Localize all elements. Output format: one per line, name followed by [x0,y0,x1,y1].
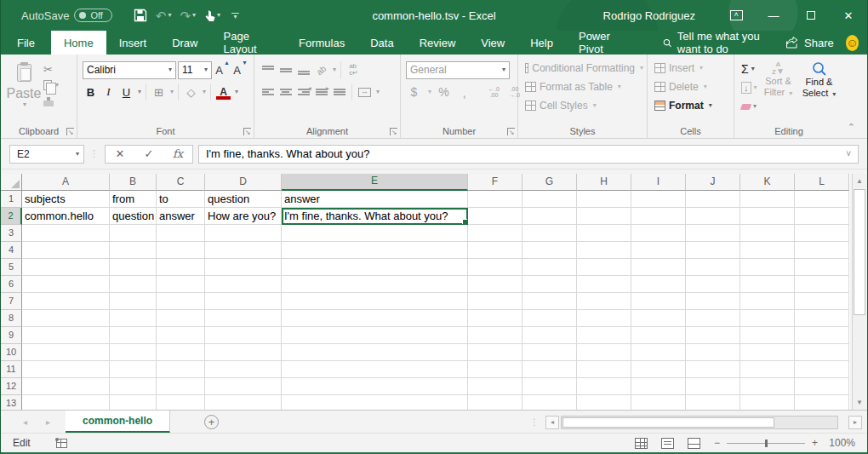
select-all-corner[interactable] [1,174,22,191]
cell-K12[interactable] [740,378,795,395]
cell-A6[interactable] [22,276,110,293]
format-painter-button[interactable] [43,95,73,108]
redo-dropdown-caret[interactable]: ▾ [192,12,196,19]
cell-G12[interactable] [523,378,577,395]
cell-D8[interactable] [205,310,282,327]
cell-L1[interactable] [795,191,849,208]
tab-power-pivot[interactable]: Power Pivot [566,31,639,55]
cell-G13[interactable] [523,395,577,410]
cell-I9[interactable] [631,327,686,344]
cell-G3[interactable] [523,225,577,242]
column-header-H[interactable]: H [577,174,631,191]
cell-E8[interactable] [282,310,468,327]
cell-A2[interactable]: common.hello [22,208,110,225]
row-header-9[interactable]: 9 [1,327,22,344]
cell-G7[interactable] [523,293,577,310]
cell-K9[interactable] [740,327,795,344]
share-button[interactable]: Share [785,31,834,55]
autosave-toggle[interactable]: AutoSave Off [21,9,112,22]
macro-record-icon[interactable] [56,439,67,448]
cell-K5[interactable] [740,259,795,276]
column-header-G[interactable]: G [523,174,577,191]
increase-decimal-button[interactable]: ←.0.00 [486,83,502,101]
tab-view[interactable]: View [468,31,517,55]
cell-I3[interactable] [631,225,686,242]
cell-H3[interactable] [577,225,631,242]
wrap-text-button[interactable]: abc↵ [345,61,362,79]
tab-home[interactable]: Home [51,31,106,55]
cell-K1[interactable] [740,191,795,208]
cell-B5[interactable] [110,259,157,276]
cell-B1[interactable]: from [110,191,157,208]
cell-I12[interactable] [631,378,686,395]
cell-E5[interactable] [282,259,468,276]
cell-H1[interactable] [577,191,631,208]
number-format-dropdown[interactable]: General▾ [406,61,510,79]
formula-input[interactable]: I'm fine, thanks. What about you? ˅ [198,145,859,164]
cell-D13[interactable] [205,395,282,410]
cell-G5[interactable] [523,259,577,276]
align-left-button[interactable] [260,83,276,101]
cell-J11[interactable] [686,361,740,378]
cell-E10[interactable] [282,344,468,361]
cell-F3[interactable] [468,225,523,242]
vertical-scrollbar[interactable]: ▲ ▼ [852,174,866,410]
cell-I6[interactable] [631,276,686,293]
cell-J10[interactable] [686,344,740,361]
cell-J1[interactable] [686,191,740,208]
cell-D2[interactable]: How are you? [205,208,282,225]
cell-J5[interactable] [686,259,740,276]
cancel-entry-button[interactable]: ✕ [106,147,134,160]
zoom-in-button[interactable]: + [812,437,818,449]
cell-H7[interactable] [577,293,631,310]
cell-C9[interactable] [157,327,205,344]
undo-dropdown-caret[interactable]: ▾ [168,12,171,19]
tabbar-drag-handle[interactable]: ⋮ [530,417,539,427]
cell-G6[interactable] [523,276,577,293]
cell-E9[interactable] [282,327,468,344]
cell-G4[interactable] [523,242,577,259]
hscroll-left-arrow[interactable]: ◂ [545,416,559,429]
cell-D5[interactable] [205,259,282,276]
merge-center-button[interactable] [357,83,373,101]
prev-sheet-button[interactable]: ◂ [23,417,27,427]
row-header-8[interactable]: 8 [1,310,22,327]
cell-J8[interactable] [686,310,740,327]
cell-C1[interactable]: to [157,191,205,208]
sort-filter-button[interactable]: AZ▼ Sort & Filter ▾ [759,59,798,115]
alignment-dialog-launcher[interactable]: ↘ [390,128,397,135]
collapse-ribbon-button[interactable]: ⌃ [848,122,867,138]
cell-G1[interactable] [523,191,577,208]
cell-D6[interactable] [205,276,282,293]
vertical-scroll-thumb[interactable] [854,189,865,315]
cell-A7[interactable] [22,293,110,310]
cell-K7[interactable] [740,293,795,310]
row-header-7[interactable]: 7 [1,293,22,310]
cell-I10[interactable] [631,344,686,361]
tell-me-box[interactable]: Tell me what you want to do [663,31,786,55]
column-header-B[interactable]: B [110,174,157,191]
cell-B13[interactable] [110,395,157,410]
cell-L9[interactable] [795,327,849,344]
paste-caret[interactable]: ▾ [23,101,26,108]
cell-H9[interactable] [577,327,631,344]
cell-J2[interactable] [686,208,740,225]
save-button[interactable] [131,7,150,24]
zoom-level[interactable]: 100% [825,437,855,449]
cell-C6[interactable] [157,276,205,293]
cell-K11[interactable] [740,361,795,378]
row-header-11[interactable]: 11 [1,361,22,378]
font-color-button[interactable]: A [215,83,231,101]
cell-D7[interactable] [205,293,282,310]
align-bottom-button[interactable] [295,61,311,79]
cell-L7[interactable] [795,293,849,310]
new-sheet-button[interactable]: + [204,415,219,429]
cell-A4[interactable] [22,242,110,259]
cell-C13[interactable] [157,395,205,410]
cell-L2[interactable] [795,208,849,225]
cell-B8[interactable] [110,310,157,327]
borders-button[interactable]: ⊞ [151,83,167,101]
ribbon-display-options-button[interactable] [717,0,755,31]
hscroll-right-arrow[interactable]: ▸ [848,416,862,429]
cell-L13[interactable] [795,395,849,410]
